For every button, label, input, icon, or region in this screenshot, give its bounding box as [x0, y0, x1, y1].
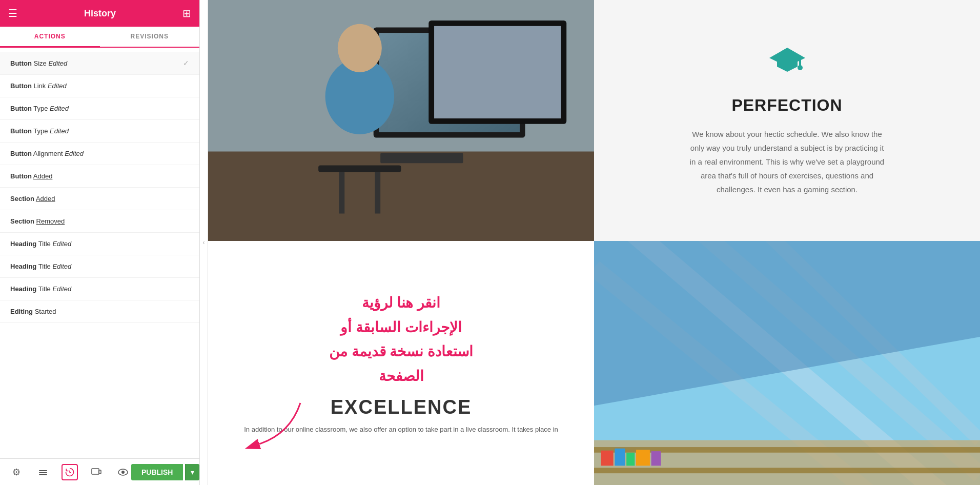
history-list: Button Size Edited ✓ Button Link Edited …: [0, 48, 199, 458]
check-icon-1: ✓: [183, 59, 189, 67]
history-item-9[interactable]: Heading Title Edited: [0, 233, 199, 255]
bottom-description: In addition to our online classroom, we …: [234, 425, 568, 435]
history-icon[interactable]: [62, 464, 78, 480]
settings-icon[interactable]: ⚙: [8, 464, 25, 480]
office-photo-section: [208, 0, 594, 241]
history-item-3-text: Button Type Edited: [10, 105, 69, 112]
history-item-2-text: Button Link Edited: [10, 82, 67, 90]
app-container: ☰ History ⊞ ACTIONS REVISIONS Button Siz…: [0, 0, 980, 485]
svg-rect-40: [636, 450, 650, 466]
layers-icon[interactable]: [35, 464, 51, 480]
sidebar: ☰ History ⊞ ACTIONS REVISIONS Button Siz…: [0, 0, 200, 485]
responsive-icon[interactable]: [88, 464, 105, 480]
history-item-4-text: Button Type Edited: [10, 127, 69, 135]
svg-rect-10: [208, 152, 594, 241]
history-item-2[interactable]: Button Link Edited: [0, 75, 199, 97]
toolbar-right: PUBLISH ▾: [131, 464, 199, 480]
sidebar-title: History: [84, 8, 116, 19]
svg-point-25: [798, 65, 803, 70]
svg-rect-35: [594, 468, 980, 473]
history-item-9-text: Heading Title Edited: [10, 240, 71, 248]
history-item-1-text: Button Size Edited: [10, 59, 67, 67]
graduation-icon: [769, 45, 805, 86]
tab-actions[interactable]: ACTIONS: [0, 27, 100, 48]
history-item-3[interactable]: Button Type Edited: [0, 97, 199, 120]
main-area: ☰ History ⊞ ACTIONS REVISIONS Button Siz…: [0, 0, 980, 485]
perfection-title: PERFECTION: [731, 96, 842, 115]
svg-rect-24: [799, 55, 801, 67]
tab-revisions[interactable]: REVISIONS: [100, 27, 200, 47]
office-photo-bg: [208, 0, 594, 241]
history-item-10-text: Heading Title Edited: [10, 262, 71, 270]
history-item-8[interactable]: Section Removed: [0, 210, 199, 233]
history-item-6-text: Button Added: [10, 172, 52, 180]
history-item-7-text: Section Added: [10, 195, 55, 203]
arabic-annotation-text: انقر هنا لرؤية الإجراءات السابقة أو استع…: [329, 291, 473, 388]
toolbar-left: ⚙: [8, 464, 131, 480]
history-item-1[interactable]: Button Size Edited ✓: [0, 52, 199, 75]
svg-point-8: [121, 471, 125, 474]
history-item-11[interactable]: Heading Title Edited: [0, 278, 199, 300]
excellence-text: EXCELLENCE: [331, 396, 472, 418]
svg-rect-19: [339, 172, 344, 214]
arabic-section: انقر هنا لرؤية الإجراءات السابقة أو استع…: [208, 241, 594, 485]
svg-rect-20: [375, 172, 380, 214]
perfection-section: PERFECTION We know about your hectic sch…: [594, 0, 980, 241]
history-item-5[interactable]: Button Alignment Edited: [0, 143, 199, 165]
publish-button[interactable]: PUBLISH: [131, 464, 183, 480]
arrow-annotation: [208, 393, 336, 454]
svg-point-17: [338, 24, 382, 72]
svg-rect-5: [92, 469, 99, 474]
sidebar-header: ☰ History ⊞: [0, 0, 199, 27]
history-item-11-text: Heading Title Edited: [10, 285, 71, 293]
svg-rect-2: [39, 474, 47, 475]
hamburger-icon[interactable]: ☰: [8, 7, 17, 19]
svg-rect-37: [601, 451, 613, 466]
history-item-5-text: Button Alignment Edited: [10, 150, 84, 157]
canvas-content: PERFECTION We know about your hectic sch…: [208, 0, 980, 485]
eye-icon[interactable]: [115, 464, 131, 480]
history-item-8-text: Section Removed: [10, 217, 65, 225]
canvas-area: PERFECTION We know about your hectic sch…: [208, 0, 980, 485]
svg-rect-15: [434, 26, 561, 118]
svg-rect-18: [318, 165, 401, 172]
sidebar-tabs: ACTIONS REVISIONS: [0, 27, 199, 48]
svg-rect-21: [380, 153, 463, 163]
publish-arrow-button[interactable]: ▾: [185, 464, 199, 480]
history-item-6[interactable]: Button Added: [0, 165, 199, 188]
perfection-text: We know about your hectic schedule. We a…: [690, 127, 885, 196]
bottom-toolbar: ⚙: [0, 458, 199, 485]
svg-rect-0: [39, 470, 47, 471]
history-item-10[interactable]: Heading Title Edited: [0, 255, 199, 278]
svg-rect-1: [39, 472, 47, 473]
svg-rect-39: [626, 453, 635, 466]
grid-icon[interactable]: ⊞: [182, 7, 191, 19]
history-item-7[interactable]: Section Added: [0, 188, 199, 210]
history-item-12[interactable]: Editing Started: [0, 300, 199, 323]
library-section: [594, 241, 980, 485]
svg-rect-41: [651, 451, 661, 466]
history-item-12-text: Editing Started: [10, 308, 56, 315]
svg-rect-6: [99, 470, 101, 474]
svg-rect-38: [615, 449, 625, 466]
history-item-4[interactable]: Button Type Edited: [0, 120, 199, 143]
library-bg: [594, 241, 980, 485]
canvas-toggle[interactable]: ‹: [200, 0, 208, 485]
